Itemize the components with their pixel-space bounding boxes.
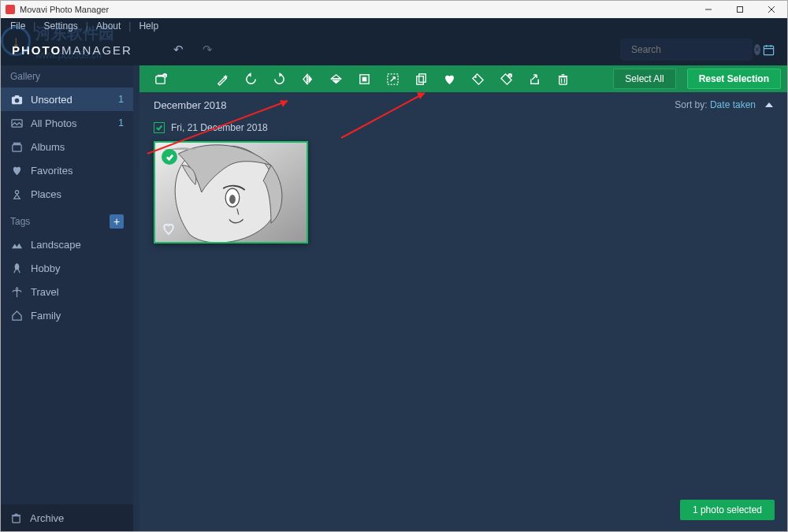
sidebar-item-label: Hobby: [31, 262, 61, 274]
landscape-icon: [10, 238, 23, 251]
svg-text:+: +: [163, 73, 165, 77]
maximize-button[interactable]: [724, 1, 756, 18]
sidebar-item-label: All Photos: [31, 117, 77, 129]
svg-rect-21: [157, 74, 163, 76]
sidebar-tags-header: Tags +: [1, 210, 133, 233]
flip-horizontal-button[interactable]: [296, 67, 320, 91]
sidebar-archive[interactable]: Archive: [1, 504, 133, 531]
auto-enhance-button[interactable]: [211, 67, 235, 91]
svg-rect-36: [559, 76, 567, 84]
svg-text:+: +: [509, 73, 511, 77]
sidebar-tag-family[interactable]: Family: [1, 303, 133, 327]
window-title: Movavi Photo Manager: [20, 5, 109, 14]
favorite-button[interactable]: [438, 67, 462, 91]
redo-button[interactable]: ↷: [203, 43, 213, 57]
sidebar-item-albums[interactable]: Albums: [1, 135, 133, 158]
brand-logo: PHOTO MANAGER: [12, 43, 132, 57]
add-to-album-button[interactable]: +: [149, 67, 173, 91]
flip-vertical-button[interactable]: [325, 67, 348, 91]
menubar: File| Settings| About| Help ↓ 河东软件园 www.…: [1, 18, 787, 34]
export-button[interactable]: [523, 67, 547, 91]
sidebar-gallery-header: Gallery: [1, 65, 133, 87]
appbar: PHOTO MANAGER ↶ ↷ ✕: [1, 34, 787, 65]
minimize-button[interactable]: [693, 1, 724, 18]
group-checkbox[interactable]: [154, 122, 165, 133]
menu-help[interactable]: Help: [134, 20, 163, 32]
menu-settings[interactable]: Settings: [39, 20, 82, 32]
menu-about[interactable]: About: [91, 20, 125, 32]
app-icon: [6, 5, 15, 14]
svg-point-11: [14, 98, 19, 102]
sidebar-item-label: Travel: [31, 286, 59, 298]
heart-icon: [10, 164, 23, 177]
trash-icon: [10, 512, 22, 524]
rotate-right-button[interactable]: [268, 67, 292, 91]
collapse-icon[interactable]: [765, 102, 773, 107]
svg-rect-17: [13, 515, 20, 522]
selected-check-icon[interactable]: [162, 149, 177, 165]
svg-marker-25: [280, 73, 283, 77]
svg-rect-31: [417, 76, 424, 84]
main-panel: + + Select All Reset Selection: [139, 65, 787, 531]
tag-button[interactable]: [466, 67, 490, 91]
palm-icon: [10, 285, 23, 298]
sidebar-item-count: 1: [118, 117, 124, 128]
sidebar-item-places[interactable]: Places: [1, 182, 133, 206]
sidebar-item-label: Albums: [31, 141, 65, 153]
photo-image: [155, 143, 307, 242]
select-all-button[interactable]: Select All: [613, 69, 675, 89]
camera-icon: [10, 93, 23, 106]
photo-thumbnail[interactable]: [154, 141, 308, 244]
rotate-left-button[interactable]: [240, 67, 263, 91]
sidebar-scrollbar[interactable]: [133, 65, 139, 531]
sidebar: Gallery Unsorted 1 All Photos 1 Albums F…: [1, 65, 133, 531]
copy-button[interactable]: [410, 67, 433, 91]
favorite-heart-icon[interactable]: [162, 221, 176, 236]
menu-file[interactable]: File: [6, 20, 30, 32]
close-button[interactable]: [756, 1, 787, 18]
sidebar-tag-landscape[interactable]: Landscape: [1, 233, 133, 256]
delete-button[interactable]: [552, 67, 575, 91]
svg-rect-14: [13, 142, 20, 143]
search-input[interactable]: [631, 44, 749, 55]
crop-button[interactable]: [353, 67, 377, 91]
month-header-row: December 2018 Sort by: Date taken: [139, 92, 787, 117]
rocket-icon: [10, 262, 23, 274]
svg-rect-15: [12, 144, 20, 151]
sidebar-item-label: Unsorted: [31, 94, 72, 106]
sidebar-tag-hobby[interactable]: Hobby: [1, 256, 133, 280]
svg-rect-1: [738, 7, 743, 13]
selection-status: 1 photo selected: [680, 500, 775, 520]
sidebar-item-label: Favorites: [31, 165, 72, 177]
add-tag-button[interactable]: +: [110, 214, 124, 229]
add-tag-button[interactable]: +: [495, 67, 519, 91]
photos-icon: [10, 117, 23, 129]
albums-icon: [10, 140, 23, 153]
search-box[interactable]: ✕: [620, 39, 753, 61]
reset-selection-button[interactable]: Reset Selection: [687, 69, 781, 89]
calendar-button[interactable]: [757, 39, 779, 61]
svg-marker-24: [248, 73, 251, 77]
svg-point-16: [15, 190, 18, 193]
archive-label: Archive: [30, 512, 64, 524]
brand-light: MANAGER: [61, 43, 132, 57]
svg-point-33: [475, 76, 477, 77]
selection-toolbar: + + Select All Reset Selection: [139, 65, 787, 92]
svg-rect-32: [419, 73, 426, 81]
sidebar-item-label: Places: [31, 188, 61, 200]
places-icon: [10, 188, 23, 200]
month-header-label: December 2018: [154, 99, 227, 111]
group-date-row[interactable]: Fri, 21 December 2018: [154, 122, 773, 133]
svg-rect-29: [362, 76, 367, 81]
sidebar-item-label: Family: [31, 310, 61, 322]
sidebar-item-favorites[interactable]: Favorites: [1, 158, 133, 182]
svg-rect-12: [14, 95, 19, 97]
undo-button[interactable]: ↶: [173, 43, 184, 57]
group-date-label: Fri, 21 December 2018: [171, 122, 268, 133]
sort-by[interactable]: Sort by: Date taken: [675, 99, 756, 110]
photo-group: Fri, 21 December 2018: [139, 117, 787, 244]
sidebar-item-all-photos[interactable]: All Photos 1: [1, 111, 133, 135]
resize-button[interactable]: [381, 67, 405, 91]
sidebar-item-unsorted[interactable]: Unsorted 1: [1, 87, 133, 111]
sidebar-tag-travel[interactable]: Travel: [1, 280, 133, 303]
